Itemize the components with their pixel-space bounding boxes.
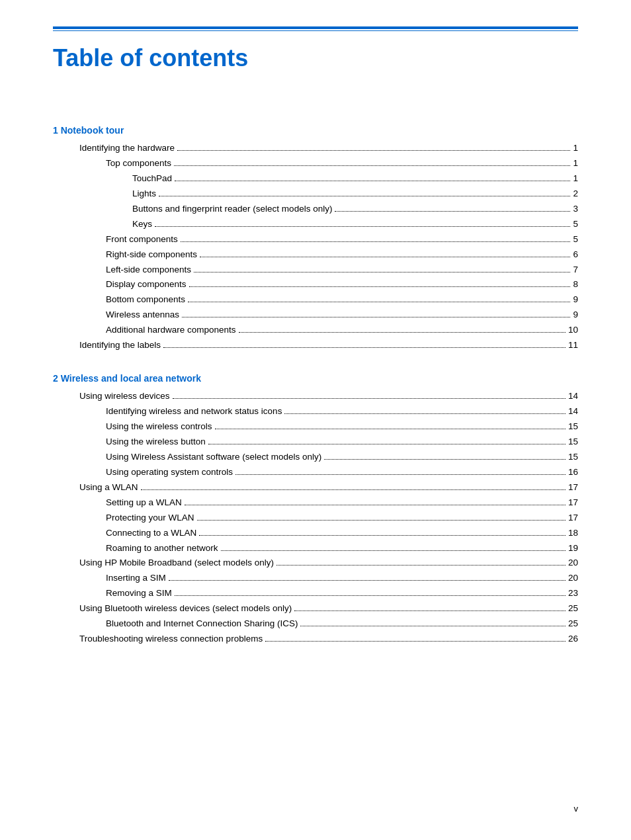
toc-entry[interactable]: Using operating system controls16 [53,465,578,480]
toc-entry[interactable]: Display components8 [53,277,578,292]
toc-entry-page: 15 [568,450,578,465]
toc-entry-dots [265,641,566,642]
toc-entry-text: Connecting to a WLAN [106,526,196,541]
toc-entry-dots [185,505,566,505]
toc-entry-page: 1 [573,156,578,171]
toc-entry[interactable]: Additional hardware components10 [53,323,578,338]
toc-entry[interactable]: Troubleshooting wireless connection prob… [53,632,578,647]
toc-entry-page: 20 [568,571,578,586]
top-border-thin [53,30,578,31]
toc-entry-text: Bottom components [106,292,185,308]
toc-entry[interactable]: Keys5 [53,217,578,232]
toc-entry[interactable]: Connecting to a WLAN18 [53,526,578,541]
toc-entry-dots [169,580,566,581]
toc-entry-text: Display components [106,277,187,292]
toc-entry[interactable]: TouchPad1 [53,171,578,187]
toc-entry[interactable]: Using Bluetooth wireless devices (select… [53,601,578,616]
toc-entry-dots [235,474,566,475]
toc-entry-page: 19 [568,541,578,556]
toc-entry-page: 5 [573,232,578,247]
toc-entry[interactable]: Lights2 [53,187,578,202]
toc-entry-page: 1 [573,171,578,187]
toc-entry-dots [188,302,570,302]
toc-entry[interactable]: Buttons and fingerprint reader (select m… [53,202,578,217]
chapter-heading-2[interactable]: 2 Wireless and local area network [53,373,578,384]
toc-entry-dots [155,226,570,227]
toc-entry-page: 10 [568,323,578,338]
toc-entry-page: 8 [573,277,578,292]
toc-entry-page: 9 [573,308,578,323]
toc-entry[interactable]: Using the wireless button15 [53,435,578,450]
toc-entry-text: Lights [132,187,156,202]
toc-entry[interactable]: Identifying the hardware1 [53,141,578,156]
toc-entry-page: 15 [568,419,578,435]
toc-entry[interactable]: Using wireless devices14 [53,389,578,404]
toc-entry-text: Using wireless devices [79,389,170,404]
toc-entry[interactable]: Using HP Mobile Broadband (select models… [53,556,578,571]
toc-entry-page: 14 [568,404,578,419]
toc-entry-dots [189,286,571,287]
page-footer: v [574,804,579,814]
toc-entry[interactable]: Using Wireless Assistant software (selec… [53,450,578,465]
toc-entry-page: 6 [573,247,578,263]
toc-entry-dots [177,150,570,151]
toc-entry-dots [208,444,566,444]
toc-entry-page: 14 [568,389,578,404]
toc-entry[interactable]: Front components5 [53,232,578,247]
toc-entry[interactable]: Identifying the labels11 [53,338,578,353]
toc-entry[interactable]: Using the wireless controls15 [53,419,578,435]
toc-entry[interactable]: Protecting your WLAN17 [53,511,578,526]
toc-entry[interactable]: Inserting a SIM20 [53,571,578,586]
toc-entry-dots [197,520,566,521]
toc-entry-page: 11 [568,338,578,353]
toc-entry-dots [239,332,566,333]
chapter-2: 2 Wireless and local area networkUsing w… [53,373,578,647]
toc-entry-dots [335,211,570,212]
toc-entry[interactable]: Removing a SIM23 [53,586,578,601]
page-title: Table of contents [53,44,578,72]
toc-entry[interactable]: Roaming to another network19 [53,541,578,556]
toc-entry-text: Using Bluetooth wireless devices (select… [79,601,292,616]
toc-entry-page: 9 [573,292,578,308]
toc-entry-dots [200,257,570,257]
toc-entry-text: Protecting your WLAN [106,511,194,526]
toc-entry-text: Setting up a WLAN [106,495,182,511]
toc-entry-page: 20 [568,556,578,571]
toc-entry-dots [141,489,566,490]
toc-entry-text: Inserting a SIM [106,571,166,586]
toc-entry-page: 17 [568,480,578,495]
toc-entry-page: 17 [568,511,578,526]
toc-entry-dots [276,565,566,566]
toc-entry-dots [175,181,570,181]
toc-entry-text: Identifying wireless and network status … [106,404,282,419]
toc-entry-page: 23 [568,586,578,601]
toc-entry[interactable]: Right-side components6 [53,247,578,263]
toc-entry[interactable]: Left-side components7 [53,263,578,278]
toc-entry-text: Wireless antennas [106,308,179,323]
toc-entry-text: Front components [106,232,178,247]
toc-entry-dots [159,196,570,196]
toc-entry[interactable]: Top components1 [53,156,578,171]
toc-entry-text: Roaming to another network [106,541,218,556]
toc-entry-dots [181,241,571,242]
toc-entry-dots [215,429,566,429]
toc-entry-dots [163,347,566,348]
toc-entry-page: 7 [573,263,578,278]
toc-entry-text: Removing a SIM [106,586,172,601]
toc-entry[interactable]: Wireless antennas9 [53,308,578,323]
toc-entry-text: Using a WLAN [79,480,138,495]
toc-entry-dots [221,550,566,551]
toc-entry[interactable]: Bottom components9 [53,292,578,308]
toc-entry[interactable]: Identifying wireless and network status … [53,404,578,419]
toc-entry-dots [199,535,566,536]
toc-entry-text: Troubleshooting wireless connection prob… [79,632,263,647]
toc-entry-dots [182,317,570,317]
chapter-heading-1[interactable]: 1 Notebook tour [53,125,578,136]
toc-entry-dots [174,165,570,166]
toc-entry[interactable]: Setting up a WLAN17 [53,495,578,511]
toc-entry-page: 2 [573,187,578,202]
toc-entry[interactable]: Using a WLAN17 [53,480,578,495]
toc-entry-text: Left-side components [106,263,191,278]
toc-entry[interactable]: Bluetooth and Internet Connection Sharin… [53,616,578,632]
toc-entry-page: 17 [568,495,578,511]
